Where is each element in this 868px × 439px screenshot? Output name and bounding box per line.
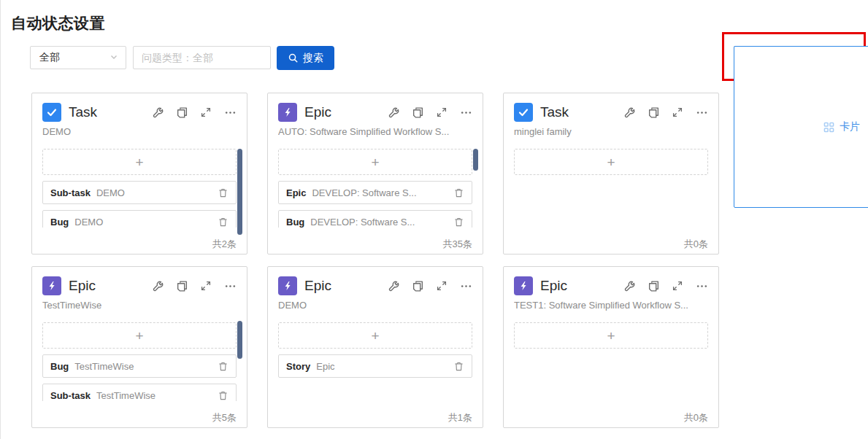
card-view-button[interactable]: 卡片 [734, 46, 868, 208]
status-card: Epic DEMO + Story Epi [267, 266, 483, 428]
rule-count: 共5条 [212, 411, 237, 424]
rule-item[interactable]: Bug DEMO [42, 210, 237, 228]
card-actions [151, 279, 237, 292]
expand-icon[interactable] [435, 106, 448, 119]
card-actions [623, 106, 708, 119]
card-actions [151, 106, 237, 119]
rules-list: + [514, 149, 708, 175]
status-card: Task minglei family + 共0条 [503, 93, 719, 255]
trash-icon[interactable] [218, 217, 228, 228]
trash-icon[interactable] [218, 361, 228, 372]
add-rule-button[interactable]: + [42, 149, 237, 175]
card-actions [387, 279, 472, 292]
wrench-icon[interactable] [623, 279, 636, 292]
expand-icon[interactable] [199, 279, 212, 292]
issue-type-icon [514, 276, 533, 295]
card-actions [387, 106, 472, 119]
scope-select[interactable]: 全部 [30, 46, 126, 69]
project-name: AUTO: Software Simplified Workflow S... [278, 125, 472, 139]
issue-type-icon [278, 276, 297, 295]
trash-icon[interactable] [453, 187, 464, 198]
rule-item-name: DEVELOP: Software S... [312, 187, 448, 198]
wrench-icon[interactable] [151, 279, 164, 292]
card-header: Task [42, 102, 237, 123]
card-actions [623, 279, 708, 292]
wrench-icon[interactable] [151, 106, 164, 119]
issue-type-icon [42, 276, 61, 295]
chevron-down-icon [110, 51, 118, 64]
expand-icon[interactable] [199, 106, 212, 119]
add-rule-button[interactable]: + [514, 149, 708, 175]
add-rule-button[interactable]: + [278, 149, 472, 175]
card-header: Epic [514, 276, 708, 296]
issue-type-icon [514, 103, 533, 122]
rule-item[interactable]: Story Epic [278, 354, 472, 378]
copy-icon[interactable] [175, 106, 188, 119]
rules-list: + Story Epic [278, 322, 472, 378]
trash-icon[interactable] [453, 217, 464, 228]
plus-icon: + [135, 155, 143, 169]
rule-item-type: Sub-task [50, 187, 91, 198]
more-icon[interactable] [223, 279, 237, 292]
scrollbar-thumb[interactable] [237, 321, 242, 359]
plus-icon: + [371, 155, 379, 169]
expand-icon[interactable] [671, 106, 684, 119]
status-card: Task DEMO + Sub-task [31, 93, 247, 255]
project-name: DEMO [278, 299, 472, 312]
add-rule-button[interactable]: + [278, 322, 472, 349]
wrench-icon[interactable] [623, 106, 636, 119]
rule-item-name: TestTimeWise [74, 361, 212, 372]
card-header: Epic [42, 276, 237, 296]
scrollbar-thumb[interactable] [473, 149, 478, 171]
wrench-icon[interactable] [387, 106, 400, 119]
issue-type-input[interactable] [133, 46, 271, 69]
rule-item-name: DEMO [74, 217, 212, 228]
rule-item-type: Bug [286, 217, 304, 228]
trash-icon[interactable] [218, 187, 228, 198]
project-name: DEMO [42, 125, 237, 139]
rule-item-name: DEMO [96, 187, 212, 198]
rule-item-type: Sub-task [50, 390, 91, 401]
rules-list: + Sub-task DEMO Bug DEMO [42, 149, 237, 228]
more-icon[interactable] [695, 106, 708, 119]
copy-icon[interactable] [647, 279, 660, 292]
rule-item-type: Story [286, 361, 310, 372]
card-type-title: Epic [540, 278, 623, 294]
copy-icon[interactable] [411, 106, 424, 119]
wrench-icon[interactable] [387, 279, 400, 292]
card-type-title: Epic [69, 278, 151, 294]
rule-item[interactable]: Bug DEVELOP: Software S... [278, 210, 472, 228]
rule-item-name: DEVELOP: Software S... [310, 217, 448, 228]
card-header: Task [514, 102, 708, 123]
rule-item-name: TestTimeWise [96, 390, 212, 401]
rule-item[interactable]: Sub-task DEMO [42, 181, 237, 204]
plus-icon: + [607, 155, 615, 169]
add-rule-button[interactable]: + [42, 322, 237, 349]
more-icon[interactable] [695, 279, 708, 292]
copy-icon[interactable] [175, 279, 188, 292]
more-icon[interactable] [223, 106, 237, 119]
add-rule-button[interactable]: + [514, 322, 708, 349]
rule-item[interactable]: Sub-task TestTimeWise [42, 384, 237, 401]
trash-icon[interactable] [453, 361, 464, 372]
status-card: Epic TestTimeWise + Bug [31, 266, 247, 428]
copy-icon[interactable] [411, 279, 424, 292]
more-icon[interactable] [459, 106, 472, 119]
card-type-title: Epic [304, 278, 387, 294]
expand-icon[interactable] [671, 279, 684, 292]
scrollbar-thumb[interactable] [237, 149, 242, 235]
project-name: TEST1: Software Simplified Workflow S... [514, 299, 708, 312]
card-header: Epic [278, 276, 472, 296]
copy-icon[interactable] [647, 106, 660, 119]
trash-icon[interactable] [218, 390, 228, 401]
more-icon[interactable] [459, 279, 472, 292]
expand-icon[interactable] [435, 279, 448, 292]
rules-list: + Epic DEVELOP: Software S... Bug DEVELO… [278, 149, 472, 228]
rule-item[interactable]: Epic DEVELOP: Software S... [278, 181, 472, 204]
rule-item[interactable]: Bug TestTimeWise [42, 354, 237, 378]
plus-icon: + [135, 329, 143, 343]
rule-item-type: Bug [50, 361, 69, 372]
search-button[interactable]: 搜索 [277, 46, 334, 70]
rule-count: 共2条 [212, 238, 237, 251]
search-icon [288, 53, 299, 63]
